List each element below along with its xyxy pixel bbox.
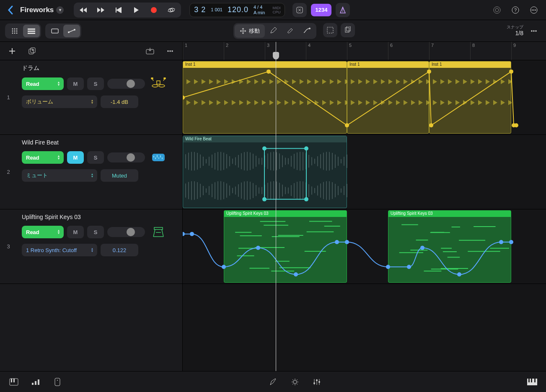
edit-icon[interactable]	[266, 375, 280, 389]
svg-rect-71	[32, 383, 34, 385]
view-list-icon[interactable]	[23, 25, 40, 37]
ruler-bar: 8	[470, 42, 476, 60]
svg-rect-26	[347, 26, 350, 31]
svg-rect-42	[154, 227, 163, 230]
svg-rect-20	[52, 29, 58, 33]
mute-button[interactable]: M	[67, 151, 84, 164]
ruler-bar: 3	[265, 42, 271, 60]
volume-slider[interactable]	[107, 227, 145, 237]
svg-rect-38	[157, 81, 160, 84]
view-toggle-group	[5, 23, 41, 39]
lane[interactable]: Uplifting Spirit Keys 03Uplifting Spirit…	[183, 209, 546, 284]
sliders-icon[interactable]	[310, 375, 324, 389]
brush-tool[interactable]	[282, 24, 298, 37]
keyboard-icon[interactable]	[525, 375, 539, 389]
region[interactable]: Wild Fire Beat	[183, 136, 347, 208]
automation-mode-selector[interactable]: Read▴▾	[22, 151, 64, 164]
region[interactable]: Uplifting Spirit Keys 03	[224, 210, 347, 283]
automation-mode-selector[interactable]: Read▴▾	[22, 77, 64, 90]
piano-roll-icon[interactable]	[7, 375, 21, 389]
region[interactable]: Inst 1	[429, 61, 511, 134]
svg-point-16	[16, 32, 18, 34]
svg-point-29	[535, 30, 537, 32]
play-button[interactable]	[128, 4, 145, 16]
snap-display[interactable]: スナップ 1/8	[507, 25, 523, 37]
solo-button[interactable]: S	[87, 151, 104, 164]
project-title[interactable]: Fireworks ▾	[20, 6, 64, 14]
more-button[interactable]	[527, 3, 541, 17]
marquee-tool[interactable]	[323, 23, 337, 37]
copy-tool[interactable]	[341, 23, 355, 37]
svg-point-49	[512, 123, 516, 127]
region-label: Wild Fire Beat	[183, 136, 347, 142]
rewind-button[interactable]	[75, 4, 92, 16]
svg-rect-19	[28, 33, 35, 34]
lcd-key: A min	[254, 10, 265, 15]
automation-value[interactable]: 0.122	[101, 244, 138, 256]
svg-point-14	[12, 32, 13, 34]
playhead[interactable]	[276, 42, 276, 371]
automation-value[interactable]: Muted	[101, 169, 138, 182]
toolbar-secondary: 移動 スナップ 1/8	[0, 20, 546, 42]
volume-slider[interactable]	[107, 152, 145, 162]
mute-button[interactable]: M	[67, 77, 84, 90]
view-grid-icon[interactable]	[6, 25, 23, 37]
record-button[interactable]	[145, 4, 162, 16]
move-tool[interactable]: 移動	[235, 24, 265, 38]
pencil-tool[interactable]	[265, 24, 282, 37]
automation-param-selector[interactable]: ボリューム▴▾	[22, 95, 97, 108]
timeline[interactable]: 123456789 Inst 1Inst 1Inst 1Wild Fire Be…	[183, 42, 546, 371]
lcd-time-sig: 4 / 4	[254, 5, 265, 10]
automation-param-selector[interactable]: 1 Retro Synth: Cutoff▴▾	[22, 244, 97, 256]
tuner-button[interactable]: 1234	[311, 4, 331, 16]
svg-rect-69	[11, 379, 12, 382]
app-root: Fireworks ▾ 3 2 1 001 120.0 4 / 4 A min …	[0, 0, 546, 392]
transport-controls	[74, 3, 181, 18]
metronome-button[interactable]	[336, 3, 350, 17]
track-name: ドラム	[22, 64, 177, 72]
cycle-button[interactable]	[163, 4, 180, 16]
back-button[interactable]	[5, 3, 16, 17]
settings-gear-icon[interactable]	[288, 375, 302, 389]
curve-tool[interactable]	[298, 24, 315, 37]
go-to-start-button[interactable]	[110, 4, 127, 16]
track-header[interactable]: 2 Wild Fire Beat Read▴▾ M S ミュート▴▾ Muted	[0, 135, 182, 209]
region[interactable]: Uplifting Spirit Keys 03	[388, 210, 511, 283]
toolbar-more-button[interactable]	[527, 24, 541, 38]
clear-icon-button[interactable]	[292, 3, 307, 17]
duplicate-track-button[interactable]	[25, 44, 39, 58]
add-track-button[interactable]	[5, 44, 19, 58]
svg-point-55	[183, 232, 185, 236]
track-header[interactable]: 1 ドラム Read▴▾ M S ボリューム▴▾ -1.4 dB	[0, 60, 182, 135]
automation-view-icon[interactable]	[63, 25, 80, 37]
lane[interactable]: Inst 1Inst 1Inst 1	[183, 60, 546, 135]
ruler[interactable]: 123456789	[183, 42, 546, 60]
volume-slider[interactable]	[107, 79, 145, 89]
region[interactable]: Inst 1	[183, 61, 347, 134]
track-header[interactable]: 3 Uplifting Spirit Keys 03 Read▴▾ M S 1 …	[0, 209, 182, 284]
svg-point-7	[535, 9, 536, 10]
forward-button[interactable]	[93, 4, 109, 16]
mute-button[interactable]: M	[67, 226, 84, 238]
automation-mode-selector[interactable]: Read▴▾	[22, 226, 64, 238]
lane[interactable]: Wild Fire Beat	[183, 135, 546, 209]
svg-rect-17	[28, 28, 35, 30]
help-button[interactable]: ?	[508, 3, 523, 17]
import-button[interactable]	[143, 44, 157, 58]
region-label: Inst 1	[430, 62, 511, 68]
automation-value[interactable]: -1.4 dB	[101, 95, 138, 108]
lcd-display[interactable]: 3 2 1 001 120.0 4 / 4 A min MIDI CPU	[189, 3, 285, 17]
solo-button[interactable]: S	[87, 226, 104, 238]
automation-param-selector[interactable]: ミュート▴▾	[22, 169, 97, 182]
tracks-more-button[interactable]	[163, 44, 177, 58]
svg-rect-74	[55, 378, 60, 386]
device-icon[interactable]	[50, 375, 65, 389]
sync-icon[interactable]	[490, 3, 504, 17]
svg-rect-18	[28, 31, 35, 32]
svg-point-34	[169, 50, 171, 52]
mixer-icon[interactable]	[28, 375, 43, 389]
view-rect-icon[interactable]	[47, 25, 63, 37]
ruler-bar: 5	[347, 42, 353, 60]
region[interactable]: Inst 1	[347, 61, 429, 134]
solo-button[interactable]: S	[87, 77, 104, 90]
